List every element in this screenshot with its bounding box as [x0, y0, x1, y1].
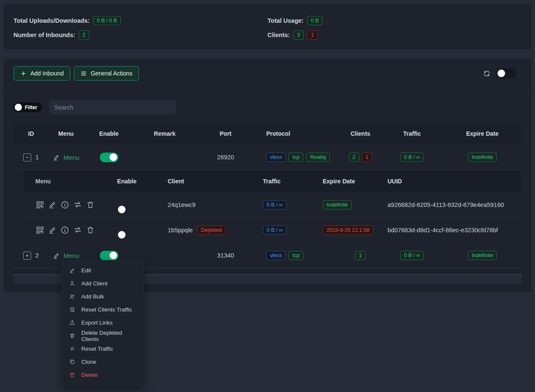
- qr-code-icon[interactable]: [35, 200, 45, 209]
- protocol-badge: tcp: [289, 153, 303, 162]
- menu-item-label: Add Bulk: [81, 293, 104, 300]
- clients-header-row: Menu Enable Client Traffic Expire Date U…: [24, 170, 521, 192]
- user-add-icon: [69, 293, 75, 300]
- expand-row-button[interactable]: +: [23, 252, 31, 260]
- protocol-badge: tcp: [289, 251, 303, 260]
- reset-traffic-icon[interactable]: [73, 225, 83, 235]
- inbound-context-menu: Edit Add Client Add Bulk Reset Clients T…: [62, 260, 144, 385]
- menu-item-label: Export Links: [81, 320, 112, 326]
- inbound-port: 31340: [217, 252, 234, 259]
- inbound-menu-label: Menu: [64, 252, 80, 259]
- header-remark: Remark: [154, 130, 175, 137]
- client-row-1: 24q1ewc9 0 B / ∞ Indefinite a926682d-820…: [24, 192, 521, 217]
- clients-depleted-badge: 1: [307, 30, 318, 40]
- client-uuid: a926682d-8205-4113-832d-879e4ea59160: [386, 201, 521, 208]
- filter-label: Filter: [25, 105, 37, 110]
- depleted-badge: Depleted: [197, 226, 226, 235]
- menu-item-delete-depleted-clients[interactable]: Delete Depleted Clients: [62, 329, 143, 342]
- client-name: 24q1ewc9: [150, 201, 247, 208]
- header-port: Port: [220, 130, 232, 137]
- inbound-menu-link[interactable]: Menu: [53, 252, 80, 259]
- inbound-id: 2: [35, 252, 39, 259]
- client-expire-badge: 2023-8-25 21:1:58: [323, 226, 373, 235]
- header-expire-date: Expire Date: [466, 130, 498, 137]
- toggle-knob: [498, 70, 505, 77]
- stat-value-badge: 0 B: [307, 16, 323, 25]
- stat-label: Clients:: [268, 32, 290, 38]
- client-traffic-badge: 0 B / ∞: [263, 200, 286, 209]
- export-icon: [69, 320, 75, 326]
- traffic-badge: 0 B / ∞: [400, 251, 424, 260]
- inbound-enable-toggle[interactable]: [100, 251, 118, 260]
- collapse-row-button[interactable]: −: [23, 153, 31, 161]
- refresh-icon[interactable]: [483, 70, 490, 77]
- general-actions-button[interactable]: General Actions: [74, 66, 139, 81]
- menu-item-label: Reset Traffic: [81, 346, 113, 352]
- info-icon[interactable]: [60, 226, 70, 235]
- menu-item-label: Edit: [81, 267, 91, 274]
- clients-active-badge: 3: [293, 30, 304, 40]
- search-input[interactable]: [49, 100, 176, 114]
- toggle-knob: [118, 206, 126, 213]
- header-id: ID: [28, 130, 34, 137]
- toggle-knob: [110, 252, 117, 259]
- menu-item-export-links[interactable]: Export Links: [62, 316, 143, 329]
- client-row-2: 1b5ppqle Depleted 0 B / ∞ 2023-8-25 21:1…: [24, 217, 521, 243]
- menu-item-add-client[interactable]: Add Client: [62, 277, 143, 290]
- qr-code-icon[interactable]: [35, 226, 45, 235]
- pencil-icon: [53, 153, 60, 161]
- header-enable: Enable: [99, 130, 119, 137]
- info-icon[interactable]: [60, 200, 70, 209]
- dark-mode-toggle[interactable]: [496, 68, 516, 78]
- expire-badge: Indefinite: [468, 251, 497, 260]
- menu-lines-icon: [80, 70, 87, 77]
- client-header-menu: Menu: [24, 178, 104, 185]
- delete-client-icon[interactable]: [86, 200, 95, 209]
- menu-item-clone[interactable]: Clone: [62, 355, 143, 368]
- add-inbound-button[interactable]: Add Inbound: [13, 66, 70, 81]
- inbounds-table: ID Menu Enable Remark Port Protocol Clie…: [13, 123, 522, 284]
- filter-row: Filter: [3, 89, 532, 114]
- repeat-icon: [69, 346, 75, 352]
- protocol-badge: vless: [266, 153, 286, 162]
- clients-active-badge: 2: [349, 153, 359, 162]
- menu-item-reset-traffic[interactable]: Reset Traffic: [62, 342, 143, 355]
- edit-icon[interactable]: [48, 200, 57, 209]
- inbound-menu-link[interactable]: Menu: [53, 153, 80, 161]
- delete-icon: [69, 372, 75, 378]
- toggle-knob: [110, 153, 117, 161]
- client-header-expire: Expire Date: [314, 178, 386, 185]
- menu-item-label: Reset Clients Traffic: [81, 306, 132, 313]
- toggle-knob: [118, 231, 126, 239]
- client-header-traffic: Traffic: [247, 178, 314, 185]
- menu-item-label: Clone: [81, 359, 96, 365]
- general-actions-label: General Actions: [91, 70, 132, 77]
- stat-value-badge: 0 B / 0 B: [93, 16, 121, 25]
- menu-item-delete[interactable]: Delete: [62, 368, 143, 381]
- menu-item-edit[interactable]: Edit: [62, 264, 143, 277]
- edit-icon[interactable]: [48, 226, 57, 234]
- client-header-enable: Enable: [117, 178, 136, 185]
- page: Total Uploads/Downloads: 0 B / 0 B Total…: [0, 0, 535, 392]
- menu-item-add-bulk[interactable]: Add Bulk: [62, 290, 143, 303]
- reset-traffic-icon[interactable]: [73, 200, 83, 209]
- toolbar: Add Inbound General Actions: [3, 58, 532, 89]
- menu-item-reset-clients-traffic[interactable]: Reset Clients Traffic: [62, 303, 143, 316]
- filter-toggle[interactable]: Filter: [13, 102, 42, 112]
- client-header-client: Client: [150, 178, 247, 185]
- expire-badge: Indefinite: [468, 153, 497, 162]
- delete-client-icon[interactable]: [86, 226, 95, 234]
- inbound-enable-toggle[interactable]: [100, 153, 118, 162]
- menu-item-label: Add Client: [81, 280, 107, 287]
- header-traffic: Traffic: [403, 130, 421, 137]
- inbound-port: 26920: [217, 154, 234, 161]
- client-name: 1b5ppqle: [168, 227, 193, 234]
- menu-item-label: Delete: [81, 372, 98, 378]
- inbound-row-1: − 1 Menu 26920 vless tcp Reality: [13, 145, 522, 170]
- table-header-row: ID Menu Enable Remark Port Protocol Clie…: [13, 123, 522, 145]
- stat-label: Total Usage:: [268, 17, 304, 24]
- traffic-badge: 0 B / ∞: [400, 153, 424, 162]
- plus-icon: [20, 70, 27, 77]
- stat-label: Number of Inbounds:: [13, 32, 75, 38]
- inbound-menu-label: Menu: [64, 154, 80, 161]
